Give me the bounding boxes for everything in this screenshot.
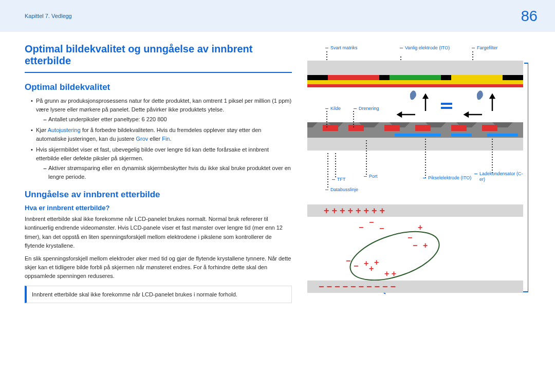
section1-title: Optimal bildekvalitet [25,82,292,92]
svg-rect-24 [395,134,441,137]
svg-text:−  −  −  −  −  −  −  −  −  −: − − − − − − − − − − [319,282,396,292]
svg-rect-27 [307,138,523,151]
page-header: Kapittel 7. Vedlegg 86 [0,0,555,32]
page-content: Optimal bildekvalitet og unngåelse av in… [0,32,555,303]
label-vanlig-elektrode: Vanlig elektrode (ITO) [405,45,450,51]
label-fargefilter: Fargefilter [477,45,498,50]
svg-point-37 [344,222,445,290]
svg-text:−: − [359,223,363,232]
svg-text:−: − [346,256,350,265]
svg-rect-22 [451,125,467,131]
highlight-text: Fin [162,136,170,142]
bullet-item: Kjør Autojustering for å forbedre bildek… [31,126,292,143]
section2-title: Unngåelse av innbrent etterbilde [25,190,292,200]
sub-bullet-text: Aktiver strømsparing eller en dynamisk s… [43,164,292,181]
highlight-text: Grov [136,136,148,142]
left-column: Optimal bildekvalitet og unngåelse av in… [25,43,307,303]
svg-rect-19 [348,125,364,131]
svg-text:+: + [369,264,374,273]
svg-rect-15 [441,107,452,109]
paragraph: En slik spenningsforskjell mellom elektr… [25,254,292,281]
svg-text:+  +: + + [384,269,396,278]
svg-rect-7 [451,75,503,80]
label-ladekondensator: Ladekondensator (C-er) [479,171,528,182]
label-drenering: Drenering [359,106,379,111]
svg-rect-26 [487,134,518,137]
bullet-item: Hvis skjermbildet viser et fast, ubevege… [31,145,292,181]
svg-text:−: − [354,262,358,270]
label-kilde: Kilde [330,106,341,111]
main-title: Optimal bildekvalitet og unngåelse av in… [25,43,292,73]
chapter-label: Kapittel 7. Vedlegg [25,13,72,19]
svg-rect-21 [415,125,431,131]
lcd-structure-diagram: Svart matriks Vanlig elektrode (ITO) Far… [307,45,528,297]
svg-text:−: − [379,224,384,233]
note-box: Innbrent etterbilde skal ikke forekomme … [25,286,292,304]
svg-text:+: + [364,259,368,268]
svg-rect-3 [307,61,523,75]
label-pikselelektrode: Pikselelektrode (ITO) [428,175,471,181]
section2-subtitle: Hva er innbrent etterbilde? [25,204,292,212]
svg-text:+  +  +  +  +  +  +  +: + + + + + + + + [324,206,385,216]
svg-rect-9 [307,84,523,87]
paragraph: Innbrent etterbilde skal ikke forekomme … [25,215,292,250]
svg-rect-18 [323,125,338,131]
bullet-text: . [170,136,171,142]
label-port: Port [369,174,378,179]
svg-rect-20 [384,125,400,131]
sub-bullet-text: Antallet underpiksler etter paneltype: 6… [43,115,292,124]
svg-rect-5 [328,75,379,80]
svg-text:+: + [374,258,379,267]
bullet-item: På grunn av produksjonsprosessens natur … [31,97,292,124]
svg-rect-6 [390,75,441,80]
svg-rect-14 [441,103,452,105]
bullet-text: eller [148,136,162,142]
page-number: 86 [521,8,538,25]
svg-text:+: + [418,223,422,232]
right-column: Svart matriks Vanlig elektrode (ITO) Far… [307,43,544,303]
svg-rect-23 [482,125,497,131]
section1-list: På grunn av produksjonsprosessens natur … [25,97,292,181]
bullet-text: Hvis skjermbildet viser et fast, ubevege… [36,146,269,161]
highlight-text: Autojustering [48,127,81,133]
svg-text:−: − [369,218,374,227]
svg-rect-25 [451,134,472,137]
svg-text:−: − [413,241,417,250]
svg-text:−: − [408,233,412,242]
bullet-text: På grunn av produksjonsprosessens natur … [36,98,291,113]
bullet-text: Kjør [36,127,48,133]
label-svart-matriks: Svart matriks [330,45,358,50]
label-tft: TFT [337,177,346,182]
svg-text:+: + [423,241,428,250]
label-databusslinje: Databusslinje [330,187,358,192]
svg-rect-8 [307,80,523,84]
